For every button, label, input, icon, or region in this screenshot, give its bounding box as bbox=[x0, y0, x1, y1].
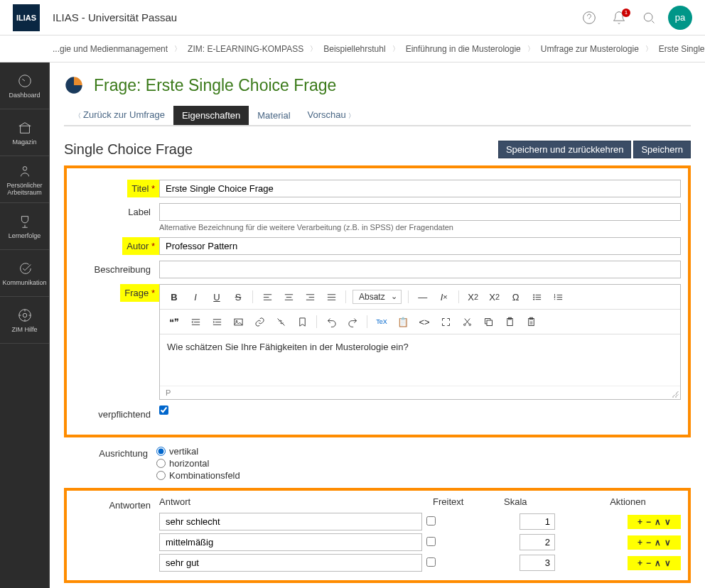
underline-icon[interactable]: U bbox=[207, 288, 227, 306]
avatar[interactable]: pa bbox=[668, 6, 692, 30]
source-icon[interactable]: <> bbox=[414, 312, 434, 331]
superscript-icon[interactable]: X2 bbox=[485, 288, 505, 306]
answer-actions[interactable]: +−∧∨ bbox=[628, 515, 681, 529]
answer-scale-input[interactable] bbox=[520, 555, 555, 571]
unlink-icon[interactable] bbox=[271, 312, 291, 331]
tab-preview[interactable]: Vorschau〉 bbox=[299, 105, 365, 125]
answer-actions[interactable]: +−∧∨ bbox=[628, 535, 681, 550]
sidebar-item-dashboard[interactable]: Dashboard bbox=[0, 62, 49, 109]
align-justify-icon[interactable] bbox=[321, 288, 341, 306]
italic-icon[interactable]: I bbox=[185, 288, 205, 306]
align-left-icon[interactable] bbox=[257, 288, 277, 306]
remove-icon: − bbox=[646, 538, 651, 548]
align-center-icon[interactable] bbox=[279, 288, 298, 306]
tab-material[interactable]: Material bbox=[249, 106, 298, 125]
outdent-icon[interactable] bbox=[185, 312, 205, 331]
sidebar-item-achievements[interactable]: Lernerfolge bbox=[0, 203, 49, 250]
save-button[interactable]: Speichern bbox=[633, 141, 691, 158]
answer-text-input[interactable] bbox=[159, 513, 422, 530]
paste-icon[interactable] bbox=[500, 312, 520, 331]
page-title: Frage: Erste Single Choice Frage bbox=[94, 76, 336, 95]
answer-freetext-checkbox[interactable] bbox=[426, 537, 436, 546]
sidebar-item-help[interactable]: ZIM Hilfe bbox=[0, 297, 49, 344]
properties-form-highlight: Titel * Label Alternative Bezeichnung fü… bbox=[64, 165, 691, 437]
ilias-logo[interactable]: ILIAS bbox=[13, 4, 40, 31]
breadcrumb-item[interactable]: ...gie und Medienmanagement bbox=[53, 44, 168, 54]
link-icon[interactable] bbox=[249, 312, 269, 331]
answer-text-input[interactable] bbox=[159, 554, 422, 572]
numbered-list-icon[interactable] bbox=[549, 288, 569, 306]
tabs: 〈Zurück zur Umfrage Eigenschaften Materi… bbox=[64, 105, 691, 126]
search-icon[interactable] bbox=[637, 6, 661, 30]
author-input[interactable] bbox=[159, 237, 681, 255]
answer-actions[interactable]: +−∧∨ bbox=[628, 556, 681, 570]
svg-point-11 bbox=[463, 324, 465, 326]
indent-icon[interactable] bbox=[207, 312, 227, 331]
omega-icon[interactable]: Ω bbox=[506, 288, 526, 306]
move-down-icon: ∨ bbox=[664, 558, 671, 568]
mandatory-checkbox[interactable] bbox=[159, 405, 168, 415]
orientation-horizontal[interactable]: horizontal bbox=[156, 458, 684, 469]
align-right-icon[interactable] bbox=[300, 288, 320, 306]
description-label: Beschreibung bbox=[74, 261, 159, 278]
quote-icon[interactable]: ❝❞ bbox=[164, 312, 184, 331]
sidebar-item-magazin[interactable]: Magazin bbox=[0, 109, 49, 156]
help-icon[interactable] bbox=[577, 6, 601, 30]
author-label: Autor * bbox=[122, 237, 159, 255]
remove-icon: − bbox=[646, 517, 651, 527]
image-icon[interactable] bbox=[228, 312, 248, 331]
breadcrumb-item[interactable]: ZIM: E-LEARNING-KOMPASS bbox=[188, 44, 303, 54]
copy-icon[interactable] bbox=[478, 312, 498, 331]
remove-icon: − bbox=[646, 558, 651, 568]
paragraph-select[interactable]: Absatz bbox=[352, 290, 402, 304]
editor-path: P bbox=[160, 386, 680, 399]
orientation-combo[interactable]: Kombinationsfeld bbox=[156, 470, 684, 481]
answer-scale-input[interactable] bbox=[520, 534, 555, 550]
tab-properties[interactable]: Eigenschaften bbox=[173, 106, 249, 125]
subscript-icon[interactable]: X2 bbox=[463, 288, 483, 306]
label-input[interactable] bbox=[159, 203, 681, 221]
tab-back[interactable]: 〈Zurück zur Umfrage bbox=[64, 105, 173, 125]
breadcrumb-item[interactable]: Umfrage zur Musterologie bbox=[541, 44, 639, 54]
description-input[interactable] bbox=[159, 261, 681, 278]
sidebar-item-communication[interactable]: Kommunikation bbox=[0, 250, 49, 297]
sidebar-item-workspace[interactable]: Persönlicher Arbeitsraum bbox=[0, 156, 49, 203]
save-and-return-button[interactable]: Speichern und zurückkehren bbox=[498, 141, 632, 158]
clear-format-icon[interactable]: I× bbox=[434, 288, 454, 306]
breadcrumb-item[interactable]: Beispiellehrstuhl bbox=[323, 44, 385, 54]
answer-scale-input[interactable] bbox=[520, 513, 555, 530]
answer-freetext-checkbox[interactable] bbox=[426, 557, 436, 567]
bold-icon[interactable]: B bbox=[164, 288, 184, 306]
title-input[interactable] bbox=[159, 180, 681, 197]
orientation-vertical[interactable]: vertikal bbox=[156, 446, 684, 457]
answers-highlight: Antworten Antwort Freitext Skala Aktione… bbox=[64, 488, 691, 583]
chevron-right-icon: 〉 bbox=[392, 44, 399, 54]
editor-content[interactable]: Wie schätzen Sie Ihre Fähigkeiten in der… bbox=[160, 334, 680, 386]
redo-icon[interactable] bbox=[343, 312, 362, 331]
top-bar: ILIAS ILIAS - Universität Passau 1 pa bbox=[0, 0, 705, 36]
add-icon: + bbox=[637, 538, 642, 548]
answer-text-input[interactable] bbox=[159, 533, 422, 551]
answer-row: +−∧∨ bbox=[159, 513, 681, 530]
col-freitext: Freitext bbox=[433, 496, 504, 507]
answer-freetext-checkbox[interactable] bbox=[426, 516, 436, 526]
fullscreen-icon[interactable] bbox=[436, 312, 456, 331]
breadcrumb-item[interactable]: Einführung in die Musterologie bbox=[406, 44, 521, 54]
bell-icon[interactable]: 1 bbox=[607, 6, 631, 30]
bookmark-icon[interactable] bbox=[292, 312, 312, 331]
bulleted-list-icon[interactable] bbox=[527, 288, 547, 306]
paste-text-icon[interactable] bbox=[521, 312, 541, 331]
paste-word-icon[interactable]: 📋 bbox=[393, 312, 413, 331]
cut-icon[interactable] bbox=[457, 312, 477, 331]
answers-label: Antworten bbox=[74, 496, 159, 514]
add-icon: + bbox=[637, 517, 642, 527]
svg-point-12 bbox=[469, 324, 471, 326]
breadcrumb-item[interactable]: Erste Single Choice Frage bbox=[659, 44, 705, 54]
svg-point-3 bbox=[23, 166, 27, 170]
move-down-icon: ∨ bbox=[664, 517, 671, 527]
mandatory-label: verpflichtend bbox=[74, 405, 159, 423]
tex-icon[interactable]: TeX bbox=[372, 312, 392, 331]
undo-icon[interactable] bbox=[321, 312, 341, 331]
strike-icon[interactable]: S bbox=[228, 288, 248, 306]
hr-icon[interactable]: — bbox=[413, 288, 433, 306]
